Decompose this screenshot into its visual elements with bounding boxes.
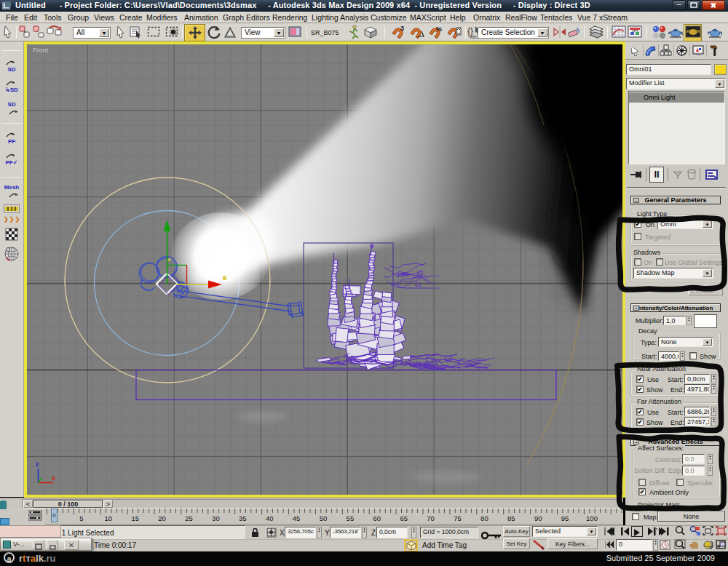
svg-text:Front: Front xyxy=(33,47,49,54)
svg-text:40: 40 xyxy=(266,514,274,522)
svg-text:20: 20 xyxy=(158,514,166,522)
svg-text:%: % xyxy=(436,25,442,33)
svg-text:z: z xyxy=(36,461,39,468)
svg-text:85: 85 xyxy=(507,514,515,522)
svg-text:10: 10 xyxy=(105,514,113,522)
svg-text:90: 90 xyxy=(534,514,542,522)
svg-text:95: 95 xyxy=(561,514,569,522)
svg-text:3: 3 xyxy=(400,25,404,32)
svg-text:x: x xyxy=(52,474,55,482)
svg-text:45: 45 xyxy=(293,514,301,522)
svg-text:15: 15 xyxy=(131,514,139,522)
svg-text:65: 65 xyxy=(400,514,408,522)
svg-text:100: 100 xyxy=(586,514,598,522)
svg-text:70: 70 xyxy=(427,514,435,522)
svg-text:50: 50 xyxy=(320,514,328,522)
svg-text:80: 80 xyxy=(480,514,488,522)
svg-text:55: 55 xyxy=(347,514,355,522)
svg-text:60: 60 xyxy=(373,514,381,522)
svg-text:75: 75 xyxy=(454,514,462,522)
svg-text:30: 30 xyxy=(212,514,220,522)
svg-text:25: 25 xyxy=(185,514,193,522)
svg-text:5: 5 xyxy=(79,514,83,522)
svg-text:35: 35 xyxy=(239,514,247,522)
